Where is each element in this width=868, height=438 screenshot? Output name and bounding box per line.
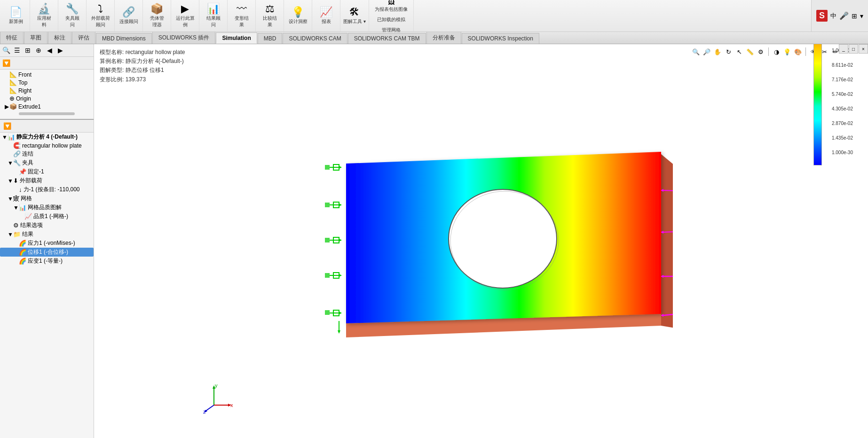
connections-button[interactable]: 🔗 连接顾问 [115, 0, 143, 31]
tree-item-fixed1[interactable]: 📌 固定-1 [0, 167, 94, 176]
plot-tools-button[interactable]: 🛠 图解工具 ▾ [340, 0, 369, 31]
tab-sketch[interactable]: 草图 [24, 31, 47, 44]
tree-expand-extrude1[interactable]: ▶ [4, 103, 9, 110]
vp-pan-icon[interactable]: ✋ [713, 47, 722, 56]
tree-label-top: Top [18, 79, 27, 86]
sidebar-left-icon[interactable]: ◀ [44, 45, 55, 55]
tab-markup[interactable]: 标注 [48, 31, 71, 44]
tree-item-result-options[interactable]: ⚙ 结果选项 [0, 221, 94, 230]
tab-solidworks-cam[interactable]: SOLIDWORKS CAM [283, 33, 347, 44]
vp-measure-icon[interactable]: 📏 [745, 47, 755, 56]
fem-visualization [320, 140, 673, 342]
tree-item-rect-plate[interactable]: 🧲 rectangular hollow plate [0, 141, 94, 149]
tree-item-fixtures[interactable]: ▼ 🔧 夹具 [0, 158, 94, 167]
tree-expand-sim4[interactable]: ▼ [2, 134, 8, 141]
sidebar-search-icon[interactable]: 🔍 [1, 45, 11, 55]
tree-item-right[interactable]: 📐 Right [0, 86, 94, 94]
tree-item-strain1[interactable]: 🌈 应变1 (-等量-) [0, 257, 94, 266]
design-insight-button[interactable]: 💡 设计洞察 [284, 0, 312, 31]
tree-item-front[interactable]: 📐 Front [0, 70, 94, 78]
tree-item-results[interactable]: ▼ 📁 结果 [0, 230, 94, 239]
compare-button[interactable]: ⚖ 比较结果 [256, 0, 284, 31]
tree-item-disp1[interactable]: 🌈 位移1 (-合位移-) [0, 248, 94, 257]
origin-icon: ⊕ [9, 95, 15, 102]
tab-mbd[interactable]: MBD [258, 33, 283, 44]
filter-icon[interactable]: 🔽 [1, 58, 11, 68]
bodies-button[interactable]: 📦 壳体管理器 [143, 0, 171, 31]
lang-toggle[interactable]: 中 [830, 12, 836, 20]
loads-button[interactable]: ⤵ 外部载荷顾问 [87, 0, 115, 31]
tree-item-mesh[interactable]: ▼ 🕸 网格 [0, 194, 94, 203]
svg-marker-21 [338, 330, 340, 334]
legend-label-10: 1.000e-30 [832, 150, 855, 155]
plot-tools-label: 图解工具 ▾ [343, 18, 366, 25]
viewport[interactable]: _ □ × 🔍 🔎 ✋ ↻ ↖ 📏 ⚙ ◑ 💡 🎨 👁 ✂ ✏ 模型名称: [94, 44, 868, 438]
report-button[interactable]: 📈 报表 [312, 0, 340, 31]
tab-mbd-dimensions[interactable]: MBD Dimensions [96, 33, 152, 44]
tree-expand-results[interactable]: ▼ [8, 231, 13, 238]
tree-expand-mesh-quality[interactable]: ▼ [13, 204, 19, 211]
sidebar-right-icon[interactable]: ▶ [55, 45, 65, 55]
sidebar-list-icon[interactable]: ☰ [12, 45, 22, 55]
tree-item-ext-loads[interactable]: ▼ ⬇ 外部载荷 [0, 176, 94, 185]
material-button[interactable]: 🔬 应用材料 [30, 0, 58, 31]
vp-search-icon[interactable]: 🔍 [691, 47, 701, 56]
sim-filter-icon[interactable]: 🔽 [2, 121, 12, 131]
restore-button[interactable]: □ [849, 44, 858, 54]
z-axis-label: z [203, 409, 206, 415]
study-name-label: 算例名称: [100, 58, 124, 64]
run-button[interactable]: ▶ 运行此算例 [171, 0, 199, 31]
include-image-label: 为报表包括图像 [375, 6, 408, 13]
tab-solidworks-plugins[interactable]: SOLIDWORKS 插件 [152, 31, 216, 44]
tree-item-mesh-quality[interactable]: ▼ 📊 网格品质图解 [0, 203, 94, 212]
tab-solidworks-cam-tbm[interactable]: SOLIDWORKS CAM TBM [348, 33, 426, 44]
tree-item-connections[interactable]: 🔗 连结 [0, 149, 94, 158]
tab-analysis-prep[interactable]: 分析准备 [426, 31, 461, 44]
manage-mesh-button[interactable]: 管理网格 [373, 25, 410, 34]
deform-label: 变形结果 [235, 15, 249, 28]
tree-item-sim4[interactable]: ▼ 📊 静应力分析 4 (-Default-) [0, 133, 94, 141]
new-study-button[interactable]: 📄 新算例 [2, 0, 30, 31]
vp-settings-icon[interactable]: ⚙ [756, 47, 765, 56]
vp-display-icon[interactable]: ◑ [772, 47, 781, 56]
vp-zoom-icon[interactable]: 🔎 [702, 47, 711, 56]
tree-item-top[interactable]: 📐 Top [0, 78, 94, 86]
fixtures-button[interactable]: 🔧 夹具顾问 [58, 0, 87, 31]
sidebar-target-icon[interactable]: ⊕ [33, 45, 44, 55]
table-icon[interactable]: ⊞ [852, 12, 857, 20]
tree-expand-fixtures[interactable]: ▼ [8, 160, 13, 166]
tab-feature[interactable]: 特征 [0, 31, 24, 44]
svg-marker-2 [339, 166, 342, 169]
constraint-mid-upper-left [325, 202, 342, 208]
sidebar-toolbar: 🔍 ☰ ⊞ ⊕ ◀ ▶ [0, 44, 94, 57]
report-icon: 📈 [320, 7, 332, 17]
vp-lighting-icon[interactable]: 💡 [782, 47, 792, 56]
vp-select-icon[interactable]: ↖ [734, 47, 744, 56]
tree-item-force1[interactable]: ↓ 力-1 (按条目: -110,000 [0, 185, 94, 194]
tree-item-quality1[interactable]: 📈 品质1 (-网格-) [0, 212, 94, 221]
design-insight-label: 设计洞察 [289, 18, 308, 25]
tree-item-stress1[interactable]: 🌈 应力1 (-vonMises-) [0, 239, 94, 248]
include-image-button[interactable]: 🖼 为报表包括图像 [373, 0, 410, 14]
tree-item-origin[interactable]: ⊕ Origin [0, 94, 94, 102]
tree-item-extrude1[interactable]: ▶ 📦 Extrude1 [0, 102, 94, 110]
close-button[interactable]: × [859, 44, 868, 54]
vp-render-icon[interactable]: 🎨 [793, 47, 803, 56]
compare-icon: ⚖ [265, 4, 275, 14]
minimize-button[interactable]: _ [839, 44, 848, 54]
tab-simulation[interactable]: Simulation [216, 32, 257, 44]
tab-sw-inspection[interactable]: SOLIDWORKS Inspection [462, 33, 539, 44]
vp-rotate-icon[interactable]: ↻ [724, 47, 733, 56]
deform-button[interactable]: 〰 变形结果 [228, 0, 256, 31]
tab-evaluate[interactable]: 评估 [72, 31, 95, 44]
sidebar-grid-icon[interactable]: ⊞ [23, 45, 33, 55]
loaded-model-button[interactable]: 已卸载的模拟 [373, 15, 410, 24]
mic-icon[interactable]: 🎤 [839, 11, 849, 20]
tree-expand-mesh[interactable]: ▼ [8, 196, 13, 202]
tree-expand-ext-loads[interactable]: ▼ [8, 178, 13, 184]
tree-label-quality1: 品质1 (-网格-) [33, 212, 68, 220]
results-advisor-button[interactable]: 📊 结果顾问 [199, 0, 228, 31]
tree-label-fixed1: 固定-1 [28, 168, 44, 176]
expand-icon[interactable]: ▾ [860, 12, 863, 20]
bodies-icon: 📦 [150, 4, 163, 14]
